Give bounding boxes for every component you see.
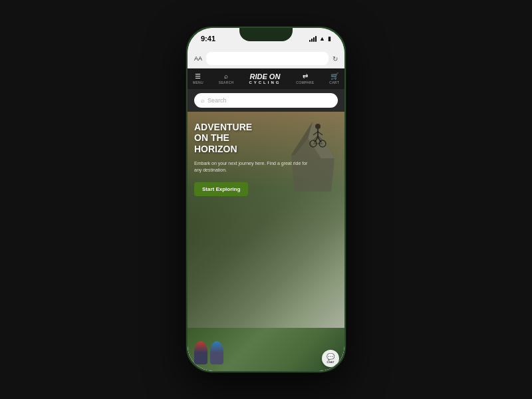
bottom-section: 💬 CHAT (188, 328, 344, 371)
phone-screen: 9:41 ▲ ▮ AA ↻ ☰ MENU (188, 28, 344, 371)
nav-menu[interactable]: ☰ MENU (193, 72, 203, 84)
search-bar-icon: ⌕ (201, 97, 204, 104)
thumbnail-image: 💬 CHAT (188, 328, 344, 371)
site-logo: RIDE ON CYCLING (249, 72, 281, 85)
nav-menu-label: MENU (193, 80, 203, 84)
chat-icon: 💬 (327, 353, 334, 360)
cyclist-figure-1 (194, 341, 207, 364)
hero-section: ADVENTURE ON THE HORIZON Embark on your … (188, 112, 344, 328)
notch (239, 28, 293, 41)
hero-subtitle: Embark on your next journey here. Find a… (194, 160, 311, 174)
nav-cart[interactable]: 🛒 CART (329, 72, 339, 84)
browser-bar: AA ↻ (188, 49, 344, 68)
nav-search[interactable]: ⌕ SEARCH (219, 72, 234, 84)
menu-icon: ☰ (195, 72, 201, 80)
compare-icon: ⇄ (303, 72, 308, 80)
chat-label: CHAT (327, 360, 334, 364)
battery-icon: ▮ (328, 35, 331, 42)
signal-icon (309, 36, 317, 42)
search-input[interactable]: Search (207, 97, 227, 104)
nav-cart-label: CART (329, 80, 339, 84)
browser-refresh-icon[interactable]: ↻ (332, 55, 338, 63)
chat-button[interactable]: 💬 CHAT (322, 350, 339, 367)
nav-compare-label: COMPARE (296, 80, 314, 84)
nav-logo[interactable]: RIDE ON CYCLING (249, 72, 281, 85)
search-bar[interactable]: ⌕ Search (194, 93, 338, 108)
hero-title: ADVENTURE ON THE HORIZON (194, 122, 311, 155)
cyclist-figure-2 (210, 341, 223, 364)
search-icon: ⌕ (224, 72, 228, 80)
status-icons: ▲ ▮ (309, 35, 331, 42)
search-bar-wrapper: ⌕ Search (188, 89, 344, 112)
hero-content: ADVENTURE ON THE HORIZON Embark on your … (194, 122, 311, 196)
thumbnail-cyclists (194, 341, 223, 364)
cart-icon: 🛒 (331, 72, 338, 80)
browser-aa-label[interactable]: AA (194, 55, 202, 62)
status-time: 9:41 (201, 35, 215, 43)
site-nav: ☰ MENU ⌕ SEARCH RIDE ON CYCLING ⇄ COMPAR… (188, 68, 344, 89)
nav-search-label: SEARCH (219, 80, 234, 84)
wifi-icon: ▲ (319, 35, 325, 42)
phone-shell: 9:41 ▲ ▮ AA ↻ ☰ MENU (186, 27, 346, 372)
svg-point-3 (315, 124, 321, 129)
explore-button[interactable]: Start Exploring (194, 182, 248, 196)
browser-url-bar[interactable] (206, 52, 329, 65)
nav-compare[interactable]: ⇄ COMPARE (296, 72, 314, 84)
